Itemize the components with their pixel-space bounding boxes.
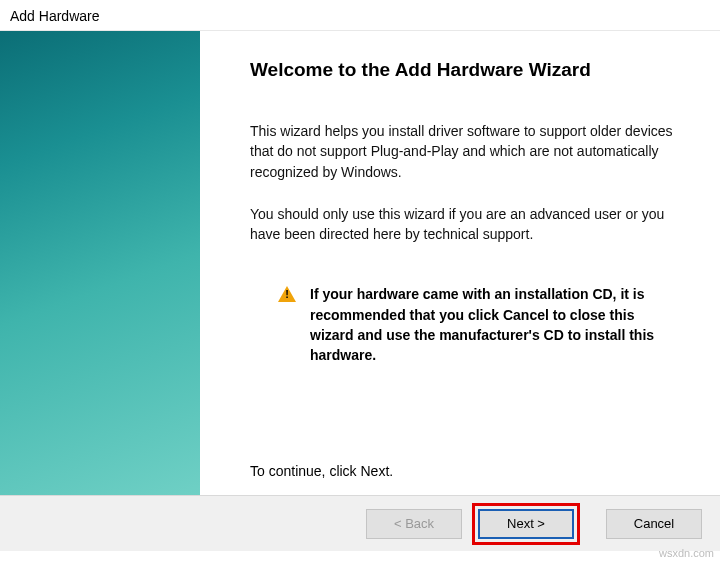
next-button-highlight: Next > <box>472 503 580 545</box>
window-title: Add Hardware <box>0 0 720 30</box>
cancel-button[interactable]: Cancel <box>606 509 702 539</box>
wizard-button-row: < Back Next > Cancel <box>0 495 720 551</box>
page-heading: Welcome to the Add Hardware Wizard <box>250 59 680 81</box>
warning-icon <box>278 286 296 302</box>
wizard-banner <box>0 31 200 495</box>
warning-text: If your hardware came with an installati… <box>310 284 680 365</box>
warning-notice: If your hardware came with an installati… <box>250 284 680 365</box>
wizard-main: Welcome to the Add Hardware Wizard This … <box>200 31 720 495</box>
back-button: < Back <box>366 509 462 539</box>
watermark: wsxdn.com <box>659 547 714 559</box>
next-button[interactable]: Next > <box>478 509 574 539</box>
wizard-body: Welcome to the Add Hardware Wizard This … <box>0 30 720 495</box>
intro-paragraph-2: You should only use this wizard if you a… <box>250 204 680 245</box>
intro-paragraph-1: This wizard helps you install driver sof… <box>250 121 680 182</box>
continue-hint: To continue, click Next. <box>250 463 680 485</box>
